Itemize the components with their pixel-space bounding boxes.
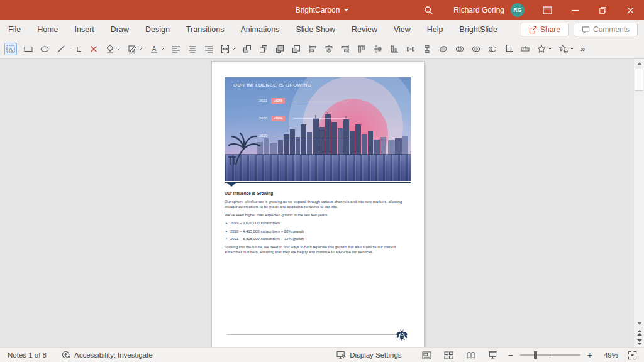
rectangle-icon[interactable] — [23, 43, 33, 55]
comment-icon — [582, 26, 590, 34]
scrollbar-thumb[interactable] — [635, 69, 643, 91]
quick-tools-ribbon: A A » — [0, 39, 644, 59]
ribbon-display-options-button[interactable] — [533, 0, 561, 20]
bring-forward-icon[interactable] — [242, 43, 252, 55]
size-position-icon[interactable] — [220, 43, 236, 55]
app-title-menu[interactable]: BrightCarbon — [296, 0, 349, 20]
growth-row-2019: 2019 — [251, 132, 267, 140]
more-tools-icon[interactable]: » — [580, 43, 585, 55]
zoom-slider[interactable] — [520, 354, 580, 356]
accessibility-label: Accessibility: Investigate — [74, 351, 153, 359]
share-button[interactable]: Share — [521, 23, 569, 36]
oval-icon[interactable] — [40, 43, 50, 55]
align-text-left-icon[interactable] — [171, 43, 181, 55]
year-label: 2021 — [251, 99, 267, 102]
tab-animations[interactable]: Animations — [233, 20, 288, 39]
year-label: 2020 — [251, 116, 267, 120]
delete-icon[interactable] — [89, 43, 99, 55]
merge-combine-icon[interactable] — [455, 43, 465, 55]
line-icon[interactable] — [56, 43, 66, 55]
distribute-horizontally-icon[interactable] — [406, 43, 416, 55]
slide-show-view-button[interactable] — [485, 348, 501, 362]
tab-transitions[interactable]: Transitions — [178, 20, 233, 39]
notes-bullet: •2019 – 3,679,000 subscribers — [225, 221, 411, 226]
tab-home[interactable]: Home — [29, 20, 66, 39]
align-objects-right-icon[interactable] — [340, 43, 350, 55]
comments-button[interactable]: Comments — [574, 23, 638, 36]
avatar[interactable]: RG — [511, 3, 525, 17]
merge-subtract-icon[interactable] — [487, 43, 497, 55]
align-text-right-icon[interactable] — [204, 43, 214, 55]
display-settings-button[interactable]: Display Settings — [336, 351, 401, 359]
tab-brightslide[interactable]: BrightSlide — [452, 20, 506, 39]
close-button[interactable] — [616, 0, 644, 20]
align-objects-middle-icon[interactable] — [373, 43, 383, 55]
accessibility-icon — [62, 350, 71, 359]
font-color-icon[interactable]: A — [149, 43, 165, 55]
zoom-slider-tick — [550, 353, 550, 358]
align-objects-center-icon[interactable] — [324, 43, 334, 55]
footer-rule — [227, 334, 397, 335]
display-settings-label: Display Settings — [350, 351, 401, 359]
bring-to-front-icon[interactable] — [275, 43, 285, 55]
user-name[interactable]: Richard Goring — [453, 6, 504, 14]
fill-color-icon[interactable] — [105, 43, 121, 55]
measure-icon[interactable] — [520, 43, 530, 55]
zoom-out-button[interactable]: − — [507, 350, 514, 360]
tab-insert[interactable]: Insert — [67, 20, 103, 39]
vertical-scrollbar[interactable] — [633, 59, 644, 347]
bullet-text: 2019 – 3,679,000 subscribers — [230, 221, 280, 226]
tab-view[interactable]: View — [386, 20, 419, 39]
tab-file[interactable]: File — [0, 20, 29, 39]
slide-notes-divider — [225, 182, 411, 183]
star-tools-icon[interactable] — [536, 43, 552, 55]
slide-title: OUR INFLUENCE IS GROWING — [233, 82, 311, 88]
close-icon — [627, 7, 634, 14]
crop-icon[interactable] — [504, 43, 514, 55]
accessibility-checker[interactable]: Accessibility: Investigate — [62, 350, 153, 359]
zoom-in-button[interactable]: + — [586, 350, 594, 360]
send-backward-icon[interactable] — [258, 43, 269, 55]
next-slide-button[interactable] — [634, 337, 644, 347]
zoom-slider-thumb[interactable] — [534, 351, 537, 359]
star-settings-icon[interactable] — [558, 43, 574, 55]
merge-union-icon[interactable] — [438, 43, 448, 55]
distribute-vertically-icon[interactable] — [422, 43, 432, 55]
bullet-dot: • — [225, 236, 230, 241]
slide-indicator[interactable]: Notes 1 of 8 — [8, 351, 47, 359]
send-to-back-icon[interactable] — [291, 43, 301, 55]
tab-help[interactable]: Help — [419, 20, 452, 39]
search-button[interactable] — [414, 0, 442, 20]
tab-review[interactable]: Review — [343, 20, 386, 39]
notes-page: OUR INFLUENCE IS GROWING 2021 +32% 2020 … — [211, 61, 425, 347]
previous-slide-button[interactable] — [634, 328, 644, 337]
tab-design[interactable]: Design — [137, 20, 178, 39]
notes-text-area[interactable]: Our Influence Is Growing Our sphere of i… — [225, 191, 411, 258]
status-bar: Notes 1 of 8 Accessibility: Investigate … — [0, 347, 644, 362]
restore-button[interactable] — [589, 0, 616, 20]
align-objects-bottom-icon[interactable] — [389, 43, 399, 55]
tab-slide-show[interactable]: Slide Show — [287, 20, 343, 39]
slide-sorter-view-button[interactable] — [441, 348, 457, 362]
divider-triangle-marker — [227, 183, 236, 187]
outline-color-icon[interactable] — [127, 43, 143, 55]
elbow-connector-icon[interactable] — [72, 43, 82, 55]
merge-intersect-icon[interactable] — [471, 43, 481, 55]
scroll-down-button[interactable] — [634, 319, 644, 328]
fit-to-window-button[interactable] — [624, 348, 640, 362]
minimize-button[interactable] — [561, 0, 589, 20]
restore-icon — [599, 7, 606, 14]
scroll-up-button[interactable] — [634, 59, 644, 69]
notes-paragraph: We've seen higher than expected growth i… — [225, 212, 411, 217]
align-objects-top-icon[interactable] — [357, 43, 367, 55]
reading-view-button[interactable] — [463, 348, 479, 362]
zoom-level[interactable]: 49% — [599, 351, 618, 359]
align-text-center-icon[interactable] — [187, 43, 197, 55]
slide-thumbnail[interactable]: OUR INFLUENCE IS GROWING 2021 +32% 2020 … — [225, 77, 411, 181]
svg-text:A: A — [9, 46, 13, 52]
tab-draw[interactable]: Draw — [103, 20, 137, 39]
align-objects-left-icon[interactable] — [308, 43, 318, 55]
text-box-icon[interactable]: A — [4, 43, 17, 55]
growth-row-2021: 2021 +32% — [251, 97, 285, 104]
normal-view-button[interactable] — [419, 348, 435, 362]
